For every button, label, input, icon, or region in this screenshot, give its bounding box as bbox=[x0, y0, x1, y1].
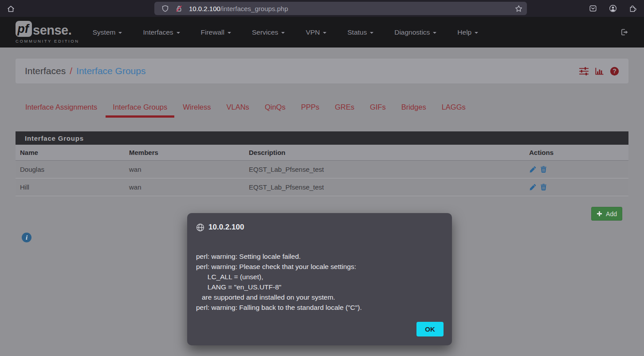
navbar-item-label: Firewall bbox=[201, 28, 224, 36]
url-bar[interactable]: 10.0.2.100/interfaces_groups.php bbox=[154, 2, 527, 15]
caret-down-icon bbox=[281, 32, 285, 34]
tab-qinqs[interactable]: QinQs bbox=[258, 99, 293, 118]
cell-members: wan bbox=[125, 178, 244, 196]
dialog-text-line: are supported and installed on your syst… bbox=[196, 292, 443, 302]
cell-description: EQST_Lab_Pfsense_test bbox=[244, 178, 525, 196]
table-body: DouglaswanEQST_Lab_Pfsense_testHillwanEQ… bbox=[16, 161, 628, 196]
bar-chart-icon[interactable] bbox=[595, 67, 604, 75]
star-icon[interactable] bbox=[515, 5, 522, 12]
lock-slash-icon[interactable] bbox=[175, 5, 183, 12]
globe-icon bbox=[196, 223, 204, 232]
navbar-item-firewall[interactable]: Firewall bbox=[201, 28, 231, 36]
breadcrumb-separator: / bbox=[70, 66, 72, 76]
navbar-item-label: Help bbox=[457, 28, 471, 36]
caret-down-icon bbox=[323, 32, 326, 34]
url-path: /interfaces_groups.php bbox=[220, 5, 288, 12]
caret-down-icon bbox=[475, 32, 478, 34]
svg-text:?: ? bbox=[613, 67, 617, 75]
pencil-icon[interactable] bbox=[529, 166, 537, 173]
pfsense-navbar: pf sense. COMMUNITY EDITION SystemInterf… bbox=[0, 17, 644, 47]
cell-description: EQST_Lab_Pfsense_test bbox=[244, 161, 525, 178]
tab-wireless[interactable]: Wireless bbox=[176, 99, 218, 118]
interface-groups-table: NameMembersDescriptionActions Douglaswan… bbox=[16, 145, 628, 196]
interface-groups-panel: Interface Groups NameMembersDescriptionA… bbox=[16, 131, 628, 196]
sign-out-icon[interactable] bbox=[619, 28, 628, 37]
alert-dialog: 10.0.2.100 perl: warning: Setting locale… bbox=[187, 213, 452, 345]
pfsense-logo-text: sense. bbox=[33, 24, 71, 37]
account-icon[interactable] bbox=[609, 4, 617, 12]
navbar-item-label: Diagnostics bbox=[394, 28, 430, 36]
dialog-text-line: perl: warning: Setting locale failed. bbox=[196, 251, 443, 261]
ok-button[interactable]: OK bbox=[416, 322, 444, 336]
caret-down-icon bbox=[228, 32, 231, 34]
tab-ppps[interactable]: PPPs bbox=[294, 99, 326, 118]
help-icon[interactable]: ? bbox=[610, 67, 619, 76]
navbar-item-label: Status bbox=[347, 28, 367, 36]
alert-dialog-message: perl: warning: Setting locale failed.per… bbox=[196, 251, 443, 312]
pocket-icon[interactable] bbox=[589, 4, 597, 12]
trash-icon[interactable] bbox=[540, 166, 547, 173]
row-actions bbox=[529, 166, 624, 173]
navbar-menu: SystemInterfacesFirewallServicesVPNStatu… bbox=[93, 28, 478, 36]
navbar-item-status[interactable]: Status bbox=[347, 28, 373, 36]
tab-bridges[interactable]: Bridges bbox=[394, 99, 433, 118]
breadcrumb: Interfaces/Interface Groups bbox=[25, 66, 145, 76]
cell-actions bbox=[525, 161, 628, 178]
column-header-members: Members bbox=[125, 145, 244, 161]
info-icon[interactable]: i bbox=[22, 233, 31, 242]
breadcrumb-page-link[interactable]: Interface Groups bbox=[76, 66, 145, 76]
url-text[interactable]: 10.0.2.100/interfaces_groups.php bbox=[189, 5, 288, 12]
caret-down-icon bbox=[370, 32, 373, 34]
trash-icon[interactable] bbox=[540, 183, 547, 191]
breadcrumb-bar: Interfaces/Interface Groups ? bbox=[16, 59, 628, 83]
breadcrumb-section: Interfaces bbox=[25, 66, 66, 76]
caret-down-icon bbox=[118, 32, 122, 34]
cell-actions bbox=[525, 178, 628, 196]
interface-tabs: Interface AssignmentsInterface GroupsWir… bbox=[18, 99, 473, 118]
cell-members: wan bbox=[125, 161, 244, 178]
navbar-item-label: VPN bbox=[306, 28, 320, 36]
column-header-name: Name bbox=[16, 145, 125, 161]
navbar-item-system[interactable]: System bbox=[93, 28, 122, 36]
extensions-icon[interactable] bbox=[629, 4, 637, 12]
table-row: DouglaswanEQST_Lab_Pfsense_test bbox=[16, 161, 628, 178]
dialog-text-line: LANG = "en_US.UTF-8" bbox=[196, 282, 443, 292]
add-button[interactable]: Add bbox=[591, 207, 622, 221]
tab-laggs[interactable]: LAGGs bbox=[435, 99, 473, 118]
row-actions bbox=[529, 183, 624, 191]
add-button-label: Add bbox=[606, 210, 617, 218]
caret-down-icon bbox=[433, 32, 436, 34]
cell-name: Hill bbox=[16, 178, 125, 196]
plus-icon bbox=[597, 211, 602, 217]
navbar-item-label: System bbox=[93, 28, 116, 36]
navbar-item-help[interactable]: Help bbox=[457, 28, 478, 36]
alert-dialog-title: 10.0.2.100 bbox=[196, 223, 443, 232]
browser-toolbar: 10.0.2.100/interfaces_groups.php bbox=[0, 0, 644, 17]
column-header-actions: Actions bbox=[525, 145, 628, 161]
url-host: 10.0.2.100 bbox=[189, 5, 220, 12]
pf-logo-box: pf bbox=[16, 21, 32, 37]
tab-gres[interactable]: GREs bbox=[328, 99, 361, 118]
tab-interface-assignments[interactable]: Interface Assignments bbox=[18, 99, 104, 118]
tab-vlans[interactable]: VLANs bbox=[220, 99, 256, 118]
sliders-icon[interactable] bbox=[579, 67, 589, 76]
home-icon[interactable] bbox=[4, 2, 17, 15]
column-header-description: Description bbox=[244, 145, 525, 161]
dialog-text-line: perl: warning: Please check that your lo… bbox=[196, 261, 443, 272]
alert-dialog-host: 10.0.2.100 bbox=[208, 223, 244, 232]
tab-gifs[interactable]: GIFs bbox=[363, 99, 393, 118]
navbar-item-diagnostics[interactable]: Diagnostics bbox=[394, 28, 436, 36]
navbar-item-interfaces[interactable]: Interfaces bbox=[143, 28, 180, 36]
navbar-item-services[interactable]: Services bbox=[252, 28, 285, 36]
info-glyph: i bbox=[26, 234, 27, 241]
dialog-text-line: LC_ALL = (unset), bbox=[196, 272, 443, 282]
pfsense-logo[interactable]: pf sense. COMMUNITY EDITION bbox=[16, 21, 79, 44]
navbar-item-label: Interfaces bbox=[143, 28, 173, 36]
navbar-item-vpn[interactable]: VPN bbox=[306, 28, 326, 36]
tab-interface-groups[interactable]: Interface Groups bbox=[106, 99, 174, 118]
community-edition-label: COMMUNITY EDITION bbox=[16, 39, 79, 44]
pencil-icon[interactable] bbox=[529, 183, 537, 191]
dialog-text-line: perl: warning: Falling back to the stand… bbox=[196, 302, 443, 312]
shield-icon[interactable] bbox=[161, 5, 169, 12]
table-header-row: NameMembersDescriptionActions bbox=[16, 145, 628, 161]
